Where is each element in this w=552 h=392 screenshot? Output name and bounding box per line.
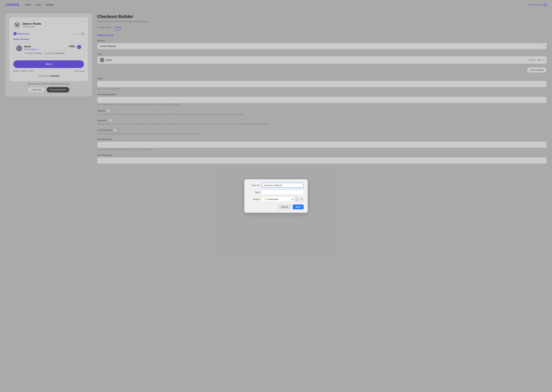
save-button[interactable]: Save (293, 204, 304, 209)
save-dialog: Save As: Tags: Where: 📁 Downloads ▲ ▼ ▾ … (244, 179, 308, 213)
where-row: Where: 📁 Downloads ▲ ▼ ▾ (248, 197, 304, 202)
where-label: Where: (248, 198, 260, 201)
dialog-overlay[interactable]: Save As: Tags: Where: 📁 Downloads ▲ ▼ ▾ … (0, 0, 552, 392)
where-select[interactable]: 📁 Downloads (262, 197, 294, 202)
dialog-buttons: Cancel Save (248, 204, 304, 209)
arrow-down-icon[interactable]: ▼ (295, 199, 299, 202)
stepper-arrows: ▲ ▼ (295, 197, 299, 202)
save-as-input[interactable] (262, 183, 304, 188)
save-as-row: Save As: (248, 183, 304, 188)
save-as-label: Save As: (248, 184, 260, 187)
tags-input[interactable] (262, 190, 304, 195)
arrow-up-icon[interactable]: ▲ (295, 197, 299, 199)
cancel-button[interactable]: Cancel (278, 204, 291, 209)
where-control: 📁 Downloads ▲ ▼ ▾ (262, 197, 304, 202)
tags-row: Tags: (248, 190, 304, 195)
tags-label: Tags: (248, 191, 260, 194)
expand-icon[interactable]: ▾ (300, 197, 304, 202)
